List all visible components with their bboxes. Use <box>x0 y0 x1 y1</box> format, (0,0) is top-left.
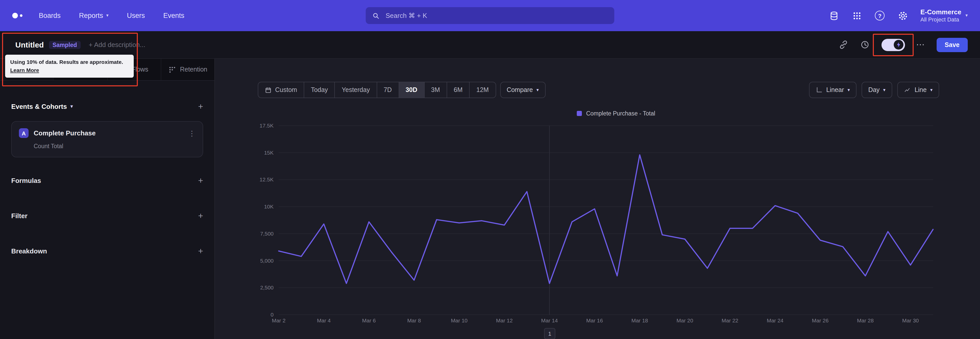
compare-button[interactable]: Compare ▾ <box>500 82 546 98</box>
search-input[interactable] <box>385 11 608 20</box>
x-axis-label: Mar 18 <box>632 318 648 323</box>
y-axis-label: 12.5K <box>259 176 274 182</box>
add-breakdown-button[interactable]: + <box>198 247 203 256</box>
chevron-down-icon: ▾ <box>106 13 108 18</box>
share-link-icon[interactable] <box>838 40 849 50</box>
range-label: 3M <box>431 86 440 93</box>
sampling-toggle-wrap <box>881 38 905 51</box>
formulas-section: Formulas + <box>11 176 203 185</box>
x-axis-label: Mar 30 <box>902 318 919 323</box>
x-axis-label: Mar 22 <box>722 318 738 323</box>
logo-dot <box>20 14 22 17</box>
range-custom[interactable]: Custom <box>258 82 304 98</box>
help-icon[interactable]: ? <box>875 10 885 21</box>
add-event-button[interactable]: + <box>198 102 203 111</box>
apps-grid-icon[interactable] <box>852 10 862 21</box>
nav-item-label: Users <box>127 12 145 19</box>
compare-label: Compare <box>507 86 533 93</box>
range-label: Custom <box>275 86 297 93</box>
x-axis-label: Mar 16 <box>586 318 603 323</box>
add-filter-button[interactable]: + <box>198 211 203 220</box>
y-axis-label: 17.5K <box>259 123 274 128</box>
sampling-tooltip: Using 10% of data. Results are approxima… <box>5 55 134 78</box>
add-description[interactable]: + Add description... <box>89 41 145 48</box>
granularity-dropdown[interactable]: Day ▾ <box>862 82 892 98</box>
chart-panel: Custom Today Yesterday 7D 30D 3M 6M 12M … <box>215 59 980 339</box>
report-actions: ⋯ Save <box>838 38 968 52</box>
question-mark-glyph: ? <box>875 11 885 21</box>
filter-label: Filter <box>11 212 27 220</box>
range-6m[interactable]: 6M <box>447 82 470 98</box>
add-formula-button[interactable]: + <box>198 176 203 185</box>
content: Insights Funnels <box>0 59 980 339</box>
nav-item-events[interactable]: Events <box>163 12 185 19</box>
chart-type-dropdown[interactable]: Line ▾ <box>897 82 939 98</box>
nav-item-users[interactable]: Users <box>127 12 145 19</box>
lightning-bolt-icon <box>894 40 904 50</box>
kebab-menu-icon[interactable]: ⋮ <box>188 129 196 137</box>
range-label: 7D <box>383 86 392 93</box>
mixpanel-logo-icon[interactable] <box>12 13 22 18</box>
sampling-toggle[interactable] <box>881 38 905 51</box>
range-label: 30D <box>406 86 417 93</box>
settings-gear-icon[interactable] <box>897 10 908 21</box>
x-axis-label: Mar 20 <box>676 318 693 323</box>
insights-line-chart[interactable]: 02,5005,0007,50010K12.5K15K17.5KMar 2Mar… <box>225 121 970 327</box>
nav-item-boards[interactable]: Boards <box>39 12 61 19</box>
range-30d[interactable]: 30D <box>399 82 425 98</box>
report-header: Untitled Sampled + Add description... <box>0 31 980 59</box>
events-cohorts-header-row: Events & Cohorts ▾ + <box>11 102 203 111</box>
tab-label: Retention <box>180 66 207 73</box>
nav-item-label: Reports <box>79 12 103 19</box>
breakdown-label: Breakdown <box>11 247 47 255</box>
event-name: Complete Purchase <box>34 129 183 137</box>
x-axis-label: Mar 8 <box>407 318 421 323</box>
history-icon[interactable] <box>860 40 870 50</box>
chart-legend: Complete Purchase - Total <box>289 110 943 117</box>
sampled-badge[interactable]: Sampled <box>49 41 81 49</box>
sidebar-body: Events & Cohorts ▾ + A Complete Purchase… <box>0 81 215 339</box>
events-cohorts-header[interactable]: Events & Cohorts ▾ <box>11 103 73 110</box>
project-info: E-Commerce All Project Data <box>921 8 961 23</box>
range-today[interactable]: Today <box>304 82 335 98</box>
linear-axis-icon <box>816 86 823 93</box>
x-axis-label: Mar 28 <box>857 318 873 323</box>
page-number-badge[interactable]: 1 <box>544 328 555 339</box>
nav-item-label: Boards <box>39 12 61 19</box>
range-12m[interactable]: 12M <box>470 82 496 98</box>
chart-area: 02,5005,0007,50010K12.5K15K17.5KMar 2Mar… <box>225 121 980 327</box>
nav-item-reports[interactable]: Reports▾ <box>79 12 109 19</box>
global-search[interactable] <box>366 7 614 24</box>
x-axis-label: Mar 12 <box>496 318 512 323</box>
report-title[interactable]: Untitled <box>15 40 44 49</box>
chart-toolbar: Custom Today Yesterday 7D 30D 3M 6M 12M … <box>215 59 980 98</box>
project-switcher[interactable]: E-Commerce All Project Data ▾ <box>921 8 968 23</box>
logo-dot <box>12 13 18 18</box>
event-card[interactable]: A Complete Purchase ⋮ Count Total <box>11 121 203 157</box>
y-axis-label: 15K <box>264 150 274 155</box>
range-3m[interactable]: 3M <box>425 82 447 98</box>
data-management-icon[interactable] <box>829 10 839 21</box>
chart-display-controls: Linear ▾ Day ▾ Line ▾ <box>809 82 939 98</box>
event-metric[interactable]: Count Total <box>34 143 196 149</box>
chevron-down-icon: ▾ <box>848 88 850 92</box>
more-options-icon[interactable]: ⋯ <box>916 39 925 50</box>
range-7d[interactable]: 7D <box>377 82 399 98</box>
y-axis-label: 0 <box>270 312 274 318</box>
event-letter-badge: A <box>19 128 29 138</box>
y-axis-label: 5,000 <box>260 258 274 264</box>
tab-retention[interactable]: Retention <box>161 59 215 80</box>
legend-label: Complete Purchase - Total <box>586 110 655 117</box>
save-button[interactable]: Save <box>937 38 968 52</box>
range-yesterday[interactable]: Yesterday <box>335 82 377 98</box>
series-line <box>279 155 933 283</box>
project-scope: All Project Data <box>921 16 961 23</box>
range-label: Yesterday <box>342 86 370 93</box>
filter-section: Filter + <box>11 211 203 220</box>
learn-more-link[interactable]: Learn More <box>10 66 39 74</box>
axis-scale-dropdown[interactable]: Linear ▾ <box>809 82 857 98</box>
granularity-label: Day <box>868 86 880 93</box>
x-axis-label: Mar 2 <box>272 318 286 323</box>
chevron-down-icon: ▾ <box>70 104 73 109</box>
x-axis-label: Mar 26 <box>812 318 829 323</box>
